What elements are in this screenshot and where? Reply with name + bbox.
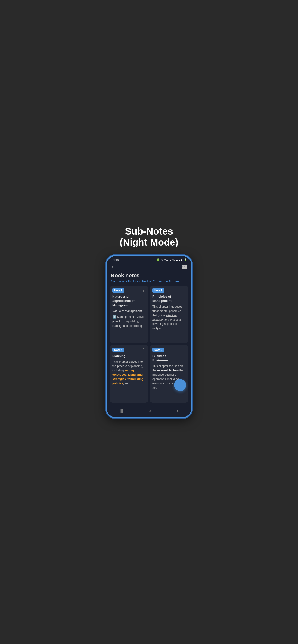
note-card-3-header: Note 3 ⋮ <box>152 348 186 352</box>
status-icons: 🔋 ◎ VoLTE 4G ▲▲▲ 🔋 <box>157 258 187 262</box>
note-card-2[interactable]: Note 2 ⋮ Principles of Management: This … <box>150 286 188 343</box>
note-card-1-header: Note 1 ⋮ <box>112 288 146 292</box>
note-card-2-header: Note 2 ⋮ <box>152 288 186 292</box>
note-badge-2: Note 2 <box>152 288 164 292</box>
fab-button[interactable]: + <box>174 379 186 391</box>
status-bar: 18:48 🔋 ◎ VoLTE 4G ▲▲▲ 🔋 <box>107 256 191 262</box>
nav-home-icon[interactable]: ○ <box>149 408 152 413</box>
breadcrumb[interactable]: Notebook > Business Studies Commerce Str… <box>107 279 191 286</box>
page-title: Sub-Notes (Night Mode) <box>120 226 178 248</box>
signal-icon: VoLTE 4G ▲▲▲ <box>164 258 183 261</box>
note-4-body: This chapter delves into the process of … <box>112 360 146 386</box>
note-3-emphasis: external factors <box>157 369 179 372</box>
status-time: 18:48 <box>111 258 119 262</box>
battery-icon: 🔋 <box>157 258 160 262</box>
grid-view-button[interactable] <box>182 264 187 269</box>
note-2-menu-icon[interactable]: ⋮ <box>182 288 186 292</box>
note-4-title: Planning: <box>112 354 146 358</box>
note-card-1[interactable]: Note 1 ⋮ Nature and Significance of Mana… <box>110 286 148 343</box>
content-area: Note 1 ⋮ Nature and Significance of Mana… <box>107 286 191 406</box>
grid-cell-1 <box>182 264 185 267</box>
note-1-menu-icon[interactable]: ⋮ <box>142 288 146 292</box>
note-badge-1: Note 1 <box>112 288 124 292</box>
note-2-emphasis: effective management practices <box>152 314 181 321</box>
nav-bar: ||| ○ ‹ <box>107 406 191 417</box>
grid-cell-3 <box>182 267 185 269</box>
note-3-menu-icon[interactable]: ⋮ <box>182 348 186 352</box>
note-1-title: Nature and Significance of Management: <box>112 294 146 308</box>
wifi-icon: ◎ <box>161 258 163 262</box>
note-card-4-header: Note 4 ⋮ <box>112 348 146 352</box>
nav-recent-icon[interactable]: ||| <box>120 408 123 413</box>
battery-status-icon: 🔋 <box>184 258 187 262</box>
grid-cell-2 <box>185 264 187 267</box>
note-badge-4: Note 4 <box>112 348 124 352</box>
number-emoji-1: 1️⃣ <box>112 315 116 319</box>
back-button[interactable]: ← <box>111 264 116 270</box>
note-1-subtitle: Nature of Management: <box>112 309 146 313</box>
note-card-3[interactable]: Note 3 ⋮ Business Environment: This chap… <box>150 345 188 402</box>
note-3-title: Business Environment: <box>152 354 186 362</box>
note-4-menu-icon[interactable]: ⋮ <box>142 348 146 352</box>
phone-frame: 18:48 🔋 ◎ VoLTE 4G ▲▲▲ 🔋 ← Book notes No… <box>106 255 192 418</box>
note-1-body: 1️⃣ Management involves planning, organi… <box>112 314 146 328</box>
nav-back-icon[interactable]: ‹ <box>177 408 178 413</box>
book-notes-title: Book notes <box>107 272 191 279</box>
note-card-4[interactable]: Note 4 ⋮ Planning: This chapter delves i… <box>110 345 148 402</box>
grid-cell-4 <box>185 267 187 269</box>
page-wrapper: Sub-Notes (Night Mode) 18:48 🔋 ◎ VoLTE 4… <box>99 216 199 428</box>
app-header: ← <box>107 262 191 272</box>
note-2-title: Principles of Management: <box>152 294 186 303</box>
note-badge-3: Note 3 <box>152 348 164 352</box>
note-2-body: This chapter introduces fundamental prin… <box>152 304 186 330</box>
